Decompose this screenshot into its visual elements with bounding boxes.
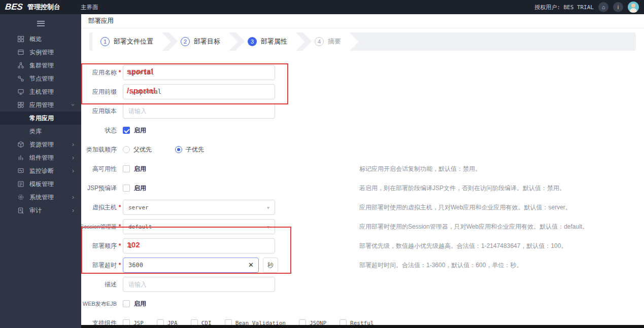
components-icon xyxy=(17,154,25,161)
form-row-app-prefix: 应用前缀 /sportal xyxy=(85,84,644,99)
overview-icon xyxy=(17,35,25,43)
form-row-virtual-host: 虚拟主机 * server ▾ 应用部署时使用的虚拟主机，只对Web应用和企业应… xyxy=(85,200,644,215)
status-label: 状态 xyxy=(85,126,117,135)
step-number-badge: 4 xyxy=(315,37,324,46)
sidebar-item-monitor[interactable]: 监控诊断› xyxy=(0,164,81,177)
chevron-right-icon: › xyxy=(72,168,74,174)
form-row-classload-order: 类加载顺序 父优先 子优先 xyxy=(85,142,644,157)
wizard-step-1[interactable]: 1部署文件位置 xyxy=(92,32,163,51)
virtual-host-value: server xyxy=(128,204,149,211)
app-name-label: 应用名称 xyxy=(85,68,117,77)
deploy-order-input[interactable] xyxy=(123,238,275,253)
form-row-description: 描述 xyxy=(85,277,644,292)
hosts-icon xyxy=(17,88,25,95)
high-availability-checkbox-label: 启用 xyxy=(134,165,146,173)
form-row-app-version: 应用版本 xyxy=(85,103,644,119)
wizard-step-4[interactable]: 4摘要 xyxy=(303,32,351,51)
form-row-status: 状态 启用 xyxy=(85,123,644,138)
classload-order-label: 类加载顺序 xyxy=(85,145,117,154)
system-icon xyxy=(17,194,25,201)
app-prefix-input[interactable] xyxy=(123,84,275,99)
home-icon[interactable]: ⌂ xyxy=(598,2,608,12)
sidebar: 概览实例管理集群管理节点管理主机管理应用管理›常用应用类库资源管理›组件管理›监… xyxy=(0,14,81,328)
sidebar-item-components[interactable]: 组件管理› xyxy=(0,151,81,164)
sidebar-item-apps[interactable]: 应用管理› xyxy=(0,98,81,112)
sidebar-item-system[interactable]: 系统管理› xyxy=(0,191,81,204)
web-ejb-checkbox-label: 启用 xyxy=(134,300,146,308)
form-row-high-availability: 高可用性 启用 标记应用开启会话复制功能，默认值：禁用。 xyxy=(85,161,644,176)
deploy-timeout-input[interactable] xyxy=(123,258,259,273)
nodes-icon xyxy=(17,75,25,82)
required-mark: * xyxy=(117,204,123,211)
app-header: BES 管理控制台 主界面 授权用户: BES TRIAL ⌂ i xyxy=(0,0,644,14)
form-row-session-manager: Session管理器 * default ▾ 应用部署时使用的Session管理… xyxy=(85,219,644,234)
wizard-step-3[interactable]: 3部署属性 xyxy=(236,32,297,51)
chevron-right-icon: › xyxy=(72,155,74,161)
instances-icon xyxy=(17,49,25,56)
clear-icon[interactable]: ✕ xyxy=(248,261,254,269)
description-input[interactable] xyxy=(123,277,275,292)
app-version-label: 应用版本 xyxy=(85,107,117,116)
collapse-menu-icon xyxy=(37,21,45,26)
required-mark: * xyxy=(117,69,123,76)
chevron-down-icon: ▾ xyxy=(267,224,269,230)
web-ejb-checkbox[interactable] xyxy=(123,300,130,307)
sidebar-item-instances[interactable]: 实例管理 xyxy=(0,46,81,59)
window-edge-bar xyxy=(81,325,644,328)
chevron-right-icon: › xyxy=(72,141,74,148)
parent-first-radio[interactable] xyxy=(123,146,130,153)
sidebar-subitem-class-libs[interactable]: 类库 xyxy=(0,125,81,138)
session-manager-select[interactable]: default ▾ xyxy=(123,219,275,234)
virtual-host-help: 应用部署时使用的虚拟主机，只对Web应用和企业应用有效。默认值：server。 xyxy=(359,203,571,212)
parent-first-label: 父优先 xyxy=(133,145,152,154)
session-manager-help: 应用部署时使用的Session管理器，只对Web应用和企业应用有效。默认值：de… xyxy=(359,223,588,231)
chevron-right-icon: › xyxy=(72,194,74,200)
required-mark: * xyxy=(117,242,123,249)
tab-deploy-app[interactable]: 部署应用 xyxy=(81,17,121,25)
header-tab-main[interactable]: 主界面 xyxy=(81,4,98,11)
step-number-badge: 2 xyxy=(181,37,190,46)
jsp-precompile-checkbox-label: 启用 xyxy=(134,184,146,193)
virtual-host-label: 虚拟主机 xyxy=(85,203,117,212)
sidebar-item-clusters[interactable]: 集群管理 xyxy=(0,59,81,72)
deploy-timeout-label: 部署超时 xyxy=(85,261,117,270)
form-row-deploy-order: 部署顺序 * 102 部署优先级，数值越小优先级越高。合法值：1-2147483… xyxy=(85,238,644,253)
resources-icon xyxy=(17,141,25,148)
sidebar-item-audit[interactable]: 审计› xyxy=(0,204,81,217)
jsp-precompile-label: JSP预编译 xyxy=(85,184,117,193)
form-row-deploy-timeout: 部署超时 * ✕ 秒 部署超时时间。合法值：1-3600，默认值：600，单位：… xyxy=(85,258,644,273)
sidebar-item-resources[interactable]: 资源管理› xyxy=(0,138,81,151)
monitor-icon xyxy=(17,167,25,174)
chevron-down-icon: ▾ xyxy=(267,205,269,210)
sidebar-item-hosts[interactable]: 主机管理 xyxy=(0,85,81,98)
sidebar-item-templates[interactable]: 模板管理 xyxy=(0,177,81,191)
app-name-input[interactable] xyxy=(123,65,275,80)
sidebar-item-nodes[interactable]: 节点管理 xyxy=(0,72,81,85)
step-number-badge: 3 xyxy=(248,37,257,46)
child-first-radio[interactable] xyxy=(175,146,182,153)
high-availability-checkbox[interactable] xyxy=(123,165,130,172)
sidebar-subitem-common-apps[interactable]: 常用应用 xyxy=(0,112,81,125)
app-version-input[interactable] xyxy=(123,103,275,119)
sidebar-nav: 概览实例管理集群管理节点管理主机管理应用管理›常用应用类库资源管理›组件管理›监… xyxy=(0,32,81,217)
web-ejb-label: WEB发布EJB xyxy=(85,300,117,308)
wizard-steps: 1部署文件位置2部署目标3部署属性4摘要 xyxy=(89,32,636,51)
high-availability-label: 高可用性 xyxy=(85,165,117,173)
jsp-precompile-help: 若启用，则在部署阶段编译JSP文件，否则在访问阶段编译。默认值：禁用。 xyxy=(359,184,565,193)
step-number-badge: 1 xyxy=(100,37,110,46)
description-label: 描述 xyxy=(85,280,117,289)
templates-icon xyxy=(17,180,25,188)
wizard-step-2[interactable]: 2部署目标 xyxy=(170,32,230,51)
user-avatar[interactable] xyxy=(628,2,639,13)
status-checkbox[interactable] xyxy=(123,127,130,134)
form-row-jsp-precompile: JSP预编译 启用 若启用，则在部署阶段编译JSP文件，否则在访问阶段编译。默认… xyxy=(85,180,644,196)
sidebar-collapse-button[interactable] xyxy=(0,14,81,32)
required-mark: * xyxy=(117,262,123,269)
info-icon[interactable]: i xyxy=(613,2,623,12)
jsp-precompile-checkbox[interactable] xyxy=(123,185,130,192)
deploy-form: 应用名称 * sportal 应用前缀 /sportal 应用版本 xyxy=(81,65,644,328)
sidebar-item-overview[interactable]: 概览 xyxy=(0,32,81,46)
product-title: 管理控制台 xyxy=(27,3,60,12)
virtual-host-select[interactable]: server ▾ xyxy=(123,200,275,215)
main-content: 部署应用 1部署文件位置2部署目标3部署属性4摘要 应用名称 * sportal… xyxy=(81,14,644,328)
